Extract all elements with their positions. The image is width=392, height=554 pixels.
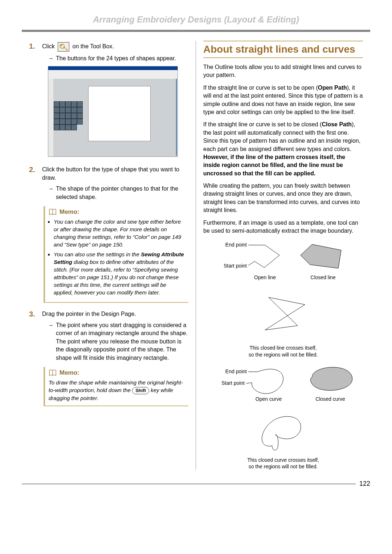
label-end-point-2: End point <box>225 368 247 374</box>
para-3-bold2: However, if the line of the pattern cros… <box>203 154 345 176</box>
step-1-text-after: on the Tool Box. <box>73 43 114 49</box>
right-column: About straight lines and curves The Outl… <box>196 41 370 470</box>
step-3-result-text: The point where you start dragging is co… <box>56 321 188 362</box>
step-2-text: Click the button for the type of shape t… <box>42 166 188 182</box>
step-1-text: Click on the Tool Box. <box>42 42 188 52</box>
memo-2: Memo: To draw the shape while maintainin… <box>44 367 188 406</box>
shape-tool-icon <box>58 42 69 52</box>
memo-1-bullet-1: You can change the color and sew type ei… <box>54 218 185 248</box>
step-1-result-text: The buttons for the 24 types of shapes a… <box>56 54 176 62</box>
crossed-line-diagram <box>203 294 363 345</box>
curves-diagram-panel: End point Start point Open curve Closed … <box>203 362 363 470</box>
svg-line-4 <box>248 262 254 265</box>
curves-diagram: End point Start point Open curve Closed … <box>203 362 363 410</box>
para-2-bold: Open Path <box>318 85 347 91</box>
label-start-point-2: Start point <box>221 380 245 386</box>
book-icon <box>49 370 57 376</box>
result-arrow-icon: → <box>48 185 54 201</box>
svg-marker-6 <box>265 297 305 330</box>
result-arrow-icon: → <box>48 321 54 362</box>
label-closed-line: Closed line <box>310 274 335 280</box>
para-2-a: If the straight line or curve is set to … <box>203 85 318 91</box>
step-1-text-before: Click <box>42 43 55 49</box>
memo-2-body: To draw the shape while maintaining the … <box>49 379 185 402</box>
svg-marker-5 <box>301 244 341 268</box>
memo-1-bullet-2: You can also use the settings in the Sew… <box>54 250 185 296</box>
page-footer: 122 <box>22 480 370 488</box>
step-3-result: → The point where you start dragging is … <box>48 321 188 362</box>
step-1-result: → The buttons for the 24 types of shapes… <box>48 54 188 62</box>
memo-1-body: You can change the color and sew type ei… <box>49 218 185 296</box>
memo-1-label: Memo: <box>60 208 79 216</box>
book-icon <box>49 209 57 215</box>
step-2-result-text: The shape of the pointer changes to that… <box>56 185 188 201</box>
lines-diagram: End point Start point Open line Closed l… <box>203 239 363 294</box>
para-2: If the straight line or curve is set to … <box>203 84 363 117</box>
step-2-result: → The shape of the pointer changes to th… <box>48 185 188 201</box>
step-3: 3. Drag the pointer in the Design Page. <box>29 310 188 318</box>
memo-1-b2-a: You can also use the settings in the <box>54 251 141 257</box>
memo-1-b2-c: dialog box to define other attributes of… <box>54 259 179 296</box>
step-1: 1. Click on the Tool Box. <box>29 42 188 52</box>
label-closed-curve: Closed curve <box>315 396 345 402</box>
footer-rule <box>22 484 356 484</box>
step-3-text: Drag the pointer in the Design Page. <box>42 310 188 318</box>
section-heading: About straight lines and curves <box>203 41 363 58</box>
step-1-number: 1. <box>29 42 42 50</box>
para-3: If the straight line or curve is set to … <box>203 121 363 178</box>
result-arrow-icon: → <box>48 54 54 62</box>
memo-2-header: Memo: <box>49 369 185 376</box>
label-open-curve: Open curve <box>256 396 282 402</box>
caption-crossed-line: This closed line crosses itself, so the … <box>203 345 363 358</box>
para-3-bold: Close Path <box>322 121 352 127</box>
memo-1: Memo: You can change the color and sew t… <box>44 206 188 303</box>
shift-key: Shift <box>132 387 149 394</box>
page-header-title: Arranging Embroidery Designs (Layout & E… <box>22 15 370 25</box>
page-number: 122 <box>359 480 370 488</box>
label-open-line: Open line <box>254 274 276 280</box>
caption-crossed-curve: This closed curve crosses itself, so the… <box>203 457 363 470</box>
memo-1-header: Memo: <box>49 208 185 216</box>
left-column: 1. Click on the Tool Box. → <box>22 41 196 470</box>
para-3-a: If the straight line or curve is set to … <box>203 121 322 127</box>
step-3-number: 3. <box>29 310 42 318</box>
step-2-number: 2. <box>29 166 42 174</box>
header-rule <box>22 30 370 32</box>
step-2: 2. Click the button for the type of shap… <box>29 166 188 182</box>
crossed-curve-diagram <box>203 410 363 457</box>
para-1: The Outline tools allow you to add strai… <box>203 63 363 80</box>
app-screenshot <box>48 66 178 157</box>
label-start-point: Start point <box>224 263 247 269</box>
memo-2-label: Memo: <box>60 369 79 376</box>
lines-diagram-panel: End point Start point Open line Closed l… <box>203 239 363 358</box>
content-columns: 1. Click on the Tool Box. → <box>22 41 370 470</box>
label-end-point: End point <box>225 242 247 248</box>
para-5: Furthermore, if an image is used as a te… <box>203 219 363 235</box>
svg-line-8 <box>246 383 252 383</box>
para-4: While creating the pattern, you can free… <box>203 182 363 215</box>
